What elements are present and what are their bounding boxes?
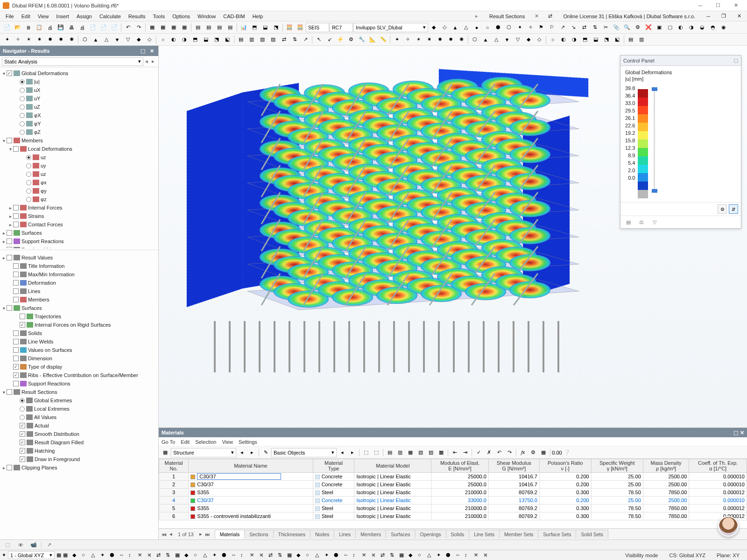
toolbar-button[interactable]: ⬢ <box>493 22 503 33</box>
toolbar-button[interactable]: ▦ <box>158 22 168 33</box>
toolbar-button[interactable]: 📄 <box>88 22 98 33</box>
table-row[interactable]: 4C30/37ConcreteIsotropic | Linear Elasti… <box>159 497 747 504</box>
tree-item[interactable]: Dimension <box>1 354 157 363</box>
menu-calculate[interactable]: Calculate <box>96 12 125 21</box>
toolbar-button[interactable]: ◆ <box>429 22 439 33</box>
grid-tool-button[interactable]: 0.00 <box>552 448 562 457</box>
snap-button[interactable]: ↕ <box>465 552 473 558</box>
toolbar-button[interactable]: ⬒ <box>190 35 200 45</box>
toolbar-button[interactable]: ⬡ <box>504 22 514 33</box>
toolbar-button[interactable]: ⬔ <box>601 35 612 45</box>
snap-button[interactable]: ○ <box>306 552 314 558</box>
toolbar-button[interactable]: ○ <box>482 22 493 33</box>
snap-button[interactable]: ✦ <box>437 552 445 558</box>
close-button[interactable]: ✕ <box>727 1 744 10</box>
menu-window[interactable]: Window <box>194 12 219 21</box>
toolbar-button[interactable]: ⬓ <box>201 35 211 45</box>
cs-selector[interactable]: 1 - Global XYZ▾ <box>8 551 55 559</box>
toolbar-button[interactable]: ◉ <box>719 22 729 33</box>
toolbar-button[interactable]: ↙ <box>324 35 335 45</box>
toolbar-button[interactable]: ⬕ <box>222 35 233 45</box>
grid-tab[interactable]: Lines <box>334 530 356 539</box>
snap-button[interactable]: ◆ <box>184 552 193 558</box>
tree-item[interactable]: uz <box>1 170 157 178</box>
toolbar-button[interactable]: ↶ <box>123 22 133 33</box>
toolbar-button[interactable]: 🔍 <box>622 22 632 33</box>
tree-item[interactable]: ▾Global Deformations <box>1 69 157 77</box>
tree-item[interactable]: φY <box>1 119 157 128</box>
menu-cadbim[interactable]: CAD-BIM <box>219 12 248 21</box>
tree-item[interactable]: Global Extremes <box>1 396 157 405</box>
maximize-button[interactable]: ☐ <box>710 1 726 10</box>
toolbar-button[interactable]: ⬔ <box>211 35 222 45</box>
snap-button[interactable]: ⤧ <box>474 552 482 558</box>
toolbar-button[interactable]: ◆ <box>523 35 534 45</box>
toolbar-button[interactable]: ⚙ <box>346 35 356 45</box>
toolbar-button[interactable]: ▥ <box>247 35 257 45</box>
tree-item[interactable]: Max/Min Information <box>1 270 157 279</box>
navigator-pin-icon[interactable]: ⬚ <box>139 48 147 54</box>
grid-tool-button[interactable]: 𝑓x <box>518 448 528 457</box>
toolbar-button[interactable]: ⇅ <box>289 35 300 45</box>
toolbar-button[interactable]: ◇ <box>144 35 155 45</box>
toolbar-button[interactable]: 🖶 <box>66 22 77 33</box>
navigator-close-icon[interactable]: ✕ <box>148 48 155 54</box>
snap-button[interactable]: ⤨ <box>371 552 380 558</box>
toolbar-button[interactable]: 🖨 <box>45 22 55 33</box>
toolbar-button[interactable]: 📄 <box>99 22 109 33</box>
toolbar-button[interactable]: ▧ <box>257 35 268 45</box>
cp-tab-scale-icon[interactable]: ⚖ <box>636 218 647 226</box>
toolbar-button[interactable]: ⬓ <box>591 35 601 45</box>
tree-item[interactable]: Solids <box>1 329 157 337</box>
tree-item[interactable]: ▸Internal Forces <box>1 203 157 212</box>
toolbar-button[interactable]: ○ <box>548 35 558 45</box>
grid-tab[interactable]: Thicknesses <box>273 530 310 539</box>
toolbar-button[interactable]: ◇ <box>439 22 450 33</box>
toolbar-button[interactable]: ▲ <box>450 22 460 33</box>
toolbar-button[interactable]: △ <box>491 35 501 45</box>
toolbar-button[interactable]: ▦ <box>147 22 157 33</box>
toolbar-button[interactable]: 📄 <box>109 22 120 33</box>
table-row[interactable]: 6S355 - controventi instabilizzantiSteel… <box>159 512 747 520</box>
menu-help[interactable]: Help <box>249 12 267 21</box>
toolbar-button[interactable]: ▲ <box>480 35 491 45</box>
toolbar-button[interactable]: ⇄ <box>579 22 589 33</box>
snap-button[interactable]: ⇄ <box>268 552 277 558</box>
tree-item[interactable]: Result Diagram Filled <box>1 438 157 447</box>
grid-tool-button[interactable]: ✓ <box>474 448 483 457</box>
toolbar-button[interactable]: ↗ <box>300 35 310 45</box>
toolbar-button[interactable]: 📂 <box>13 22 23 33</box>
tab-first[interactable]: ⏮ <box>161 532 168 537</box>
toolbar-button[interactable]: ✷ <box>424 35 434 45</box>
materials-pin-icon[interactable]: ⬚ <box>733 430 738 436</box>
snap-button[interactable]: ⬢ <box>110 552 118 558</box>
visibility-mode[interactable]: Visibility mode <box>625 553 658 558</box>
grid-tab[interactable]: Line Sets <box>469 530 500 539</box>
snap-button[interactable]: ⇄ <box>156 552 165 558</box>
tree-item[interactable]: Lines <box>1 287 157 295</box>
tree-item[interactable]: Draw in Foreground <box>1 455 157 463</box>
snap-button[interactable]: ↔ <box>119 552 127 558</box>
next-analysis[interactable]: ▸ <box>150 58 156 64</box>
view-button[interactable]: 📹 <box>28 541 39 549</box>
menu-results[interactable]: Results <box>125 12 149 21</box>
toolbar-button[interactable]: ▤ <box>236 35 246 45</box>
tree-item[interactable]: ▸Surfaces <box>1 229 157 237</box>
tree-item[interactable]: Support Reactions <box>1 379 157 388</box>
toolbar-button[interactable]: ▤ <box>193 22 203 33</box>
snap-button[interactable]: ⇄ <box>381 552 389 558</box>
tree-item[interactable]: Hatching <box>1 447 157 455</box>
toolbar-button[interactable]: ✹ <box>56 35 66 45</box>
tree-item[interactable]: φx <box>1 178 157 187</box>
grid-tab[interactable]: Solids <box>446 530 470 539</box>
snap-button[interactable]: △ <box>315 552 324 558</box>
toolbar-button[interactable]: ◐ <box>558 35 569 45</box>
tree-item[interactable]: Members <box>1 295 157 304</box>
grid-tool-button[interactable]: ◂ <box>338 448 347 457</box>
grid-tab[interactable]: Materials <box>215 530 245 539</box>
toolbar-button[interactable]: ▨ <box>268 35 278 45</box>
doc-restore[interactable]: ❐ <box>718 12 730 21</box>
menu-view[interactable]: View <box>34 12 53 21</box>
doc-close[interactable]: ✕ <box>733 12 745 21</box>
objects-combo[interactable]: Basic Objects▾ <box>271 448 337 457</box>
